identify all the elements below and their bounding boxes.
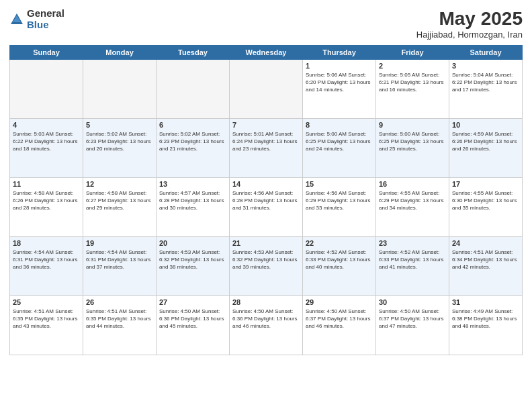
calendar-cell: 29Sunrise: 4:50 AM Sunset: 6:37 PM Dayli… <box>303 296 376 355</box>
calendar-cell: 8Sunrise: 5:00 AM Sunset: 6:25 PM Daylig… <box>303 119 376 178</box>
day-number: 6 <box>159 121 226 129</box>
calendar-cell: 15Sunrise: 4:56 AM Sunset: 6:29 PM Dayli… <box>303 178 376 237</box>
day-number: 13 <box>159 180 226 188</box>
calendar-cell <box>230 60 303 119</box>
day-info: Sunrise: 4:58 AM Sunset: 6:26 PM Dayligh… <box>13 189 80 212</box>
week-row-4: 18Sunrise: 4:54 AM Sunset: 6:31 PM Dayli… <box>10 237 523 296</box>
day-number: 3 <box>452 62 519 70</box>
location: Hajjiabad, Hormozgan, Iran <box>416 30 523 40</box>
calendar-cell: 26Sunrise: 4:51 AM Sunset: 6:35 PM Dayli… <box>83 296 157 355</box>
logo-general: General <box>27 8 64 19</box>
day-header-thursday: Thursday <box>303 46 376 60</box>
day-number: 5 <box>86 121 153 129</box>
day-number: 16 <box>379 180 446 188</box>
day-header-saturday: Saturday <box>449 46 523 60</box>
calendar-cell: 19Sunrise: 4:54 AM Sunset: 6:31 PM Dayli… <box>83 237 157 296</box>
day-number: 20 <box>159 239 226 247</box>
calendar-cell <box>157 60 230 119</box>
day-info: Sunrise: 5:04 AM Sunset: 6:22 PM Dayligh… <box>452 71 519 94</box>
calendar-cell: 25Sunrise: 4:51 AM Sunset: 6:35 PM Dayli… <box>10 296 83 355</box>
day-number: 31 <box>452 298 519 306</box>
calendar-table: SundayMondayTuesdayWednesdayThursdayFrid… <box>9 45 523 355</box>
logo-text: General Blue <box>27 8 64 30</box>
day-info: Sunrise: 4:53 AM Sunset: 6:32 PM Dayligh… <box>232 248 300 271</box>
calendar-cell: 12Sunrise: 4:58 AM Sunset: 6:27 PM Dayli… <box>83 178 157 237</box>
logo: General Blue <box>9 8 64 30</box>
day-info: Sunrise: 4:54 AM Sunset: 6:31 PM Dayligh… <box>86 248 153 271</box>
calendar-cell: 6Sunrise: 5:02 AM Sunset: 6:23 PM Daylig… <box>157 119 230 178</box>
day-info: Sunrise: 4:52 AM Sunset: 6:33 PM Dayligh… <box>379 248 446 271</box>
day-info: Sunrise: 4:59 AM Sunset: 6:26 PM Dayligh… <box>452 130 519 153</box>
week-row-1: 1Sunrise: 5:06 AM Sunset: 6:20 PM Daylig… <box>10 60 523 119</box>
calendar-cell: 2Sunrise: 5:05 AM Sunset: 6:21 PM Daylig… <box>376 60 449 119</box>
day-info: Sunrise: 4:57 AM Sunset: 6:28 PM Dayligh… <box>159 189 226 212</box>
calendar-cell: 17Sunrise: 4:55 AM Sunset: 6:30 PM Dayli… <box>449 178 523 237</box>
day-info: Sunrise: 4:53 AM Sunset: 6:32 PM Dayligh… <box>159 248 226 271</box>
month-year: May 2025 <box>416 8 523 30</box>
day-info: Sunrise: 5:03 AM Sunset: 6:22 PM Dayligh… <box>13 130 80 153</box>
calendar-cell: 27Sunrise: 4:50 AM Sunset: 6:36 PM Dayli… <box>157 296 230 355</box>
calendar-cell: 18Sunrise: 4:54 AM Sunset: 6:31 PM Dayli… <box>10 237 83 296</box>
day-number: 19 <box>86 239 153 247</box>
day-info: Sunrise: 4:50 AM Sunset: 6:37 PM Dayligh… <box>306 308 373 330</box>
calendar-cell <box>83 60 157 119</box>
day-info: Sunrise: 5:00 AM Sunset: 6:25 PM Dayligh… <box>379 130 446 153</box>
calendar-cell: 24Sunrise: 4:51 AM Sunset: 6:34 PM Dayli… <box>449 237 523 296</box>
calendar-cell: 30Sunrise: 4:50 AM Sunset: 6:37 PM Dayli… <box>376 296 449 355</box>
day-info: Sunrise: 4:58 AM Sunset: 6:27 PM Dayligh… <box>86 189 153 212</box>
week-row-3: 11Sunrise: 4:58 AM Sunset: 6:26 PM Dayli… <box>10 178 523 237</box>
day-number: 18 <box>13 239 80 247</box>
calendar-cell: 16Sunrise: 4:55 AM Sunset: 6:29 PM Dayli… <box>376 178 449 237</box>
day-info: Sunrise: 4:51 AM Sunset: 6:35 PM Dayligh… <box>86 308 153 330</box>
day-number: 7 <box>232 121 300 129</box>
day-number: 17 <box>452 180 519 188</box>
day-number: 8 <box>306 121 373 129</box>
calendar-cell: 31Sunrise: 4:49 AM Sunset: 6:38 PM Dayli… <box>449 296 523 355</box>
day-number: 22 <box>306 239 373 247</box>
day-number: 15 <box>306 180 373 188</box>
day-header-sunday: Sunday <box>10 46 83 60</box>
week-row-5: 25Sunrise: 4:51 AM Sunset: 6:35 PM Dayli… <box>10 296 523 355</box>
day-number: 30 <box>379 298 446 306</box>
day-number: 11 <box>13 180 80 188</box>
calendar-cell: 4Sunrise: 5:03 AM Sunset: 6:22 PM Daylig… <box>10 119 83 178</box>
day-info: Sunrise: 4:50 AM Sunset: 6:37 PM Dayligh… <box>379 308 446 330</box>
day-number: 4 <box>13 121 80 129</box>
day-info: Sunrise: 5:05 AM Sunset: 6:21 PM Dayligh… <box>379 71 446 94</box>
day-info: Sunrise: 5:06 AM Sunset: 6:20 PM Dayligh… <box>306 71 373 94</box>
calendar-cell: 5Sunrise: 5:02 AM Sunset: 6:23 PM Daylig… <box>83 119 157 178</box>
day-number: 1 <box>306 62 373 70</box>
calendar-cell <box>10 60 83 119</box>
day-number: 10 <box>452 121 519 129</box>
calendar-cell: 13Sunrise: 4:57 AM Sunset: 6:28 PM Dayli… <box>157 178 230 237</box>
title-block: May 2025 Hajjiabad, Hormozgan, Iran <box>416 8 523 40</box>
calendar-page: General Blue May 2025 Hajjiabad, Hormozg… <box>0 0 532 411</box>
calendar-cell: 23Sunrise: 4:52 AM Sunset: 6:33 PM Dayli… <box>376 237 449 296</box>
day-info: Sunrise: 5:02 AM Sunset: 6:23 PM Dayligh… <box>86 130 153 153</box>
day-info: Sunrise: 4:51 AM Sunset: 6:34 PM Dayligh… <box>452 248 519 271</box>
day-header-wednesday: Wednesday <box>230 46 303 60</box>
calendar-header-row: SundayMondayTuesdayWednesdayThursdayFrid… <box>10 46 523 60</box>
day-info: Sunrise: 4:56 AM Sunset: 6:28 PM Dayligh… <box>232 189 300 212</box>
calendar-cell: 3Sunrise: 5:04 AM Sunset: 6:22 PM Daylig… <box>449 60 523 119</box>
day-number: 29 <box>306 298 373 306</box>
day-info: Sunrise: 4:51 AM Sunset: 6:35 PM Dayligh… <box>13 308 80 330</box>
day-number: 24 <box>452 239 519 247</box>
day-number: 23 <box>379 239 446 247</box>
day-info: Sunrise: 4:55 AM Sunset: 6:29 PM Dayligh… <box>379 189 446 212</box>
day-number: 14 <box>232 180 300 188</box>
day-info: Sunrise: 5:02 AM Sunset: 6:23 PM Dayligh… <box>159 130 226 153</box>
calendar-cell: 11Sunrise: 4:58 AM Sunset: 6:26 PM Dayli… <box>10 178 83 237</box>
header: General Blue May 2025 Hajjiabad, Hormozg… <box>9 8 523 40</box>
calendar-cell: 7Sunrise: 5:01 AM Sunset: 6:24 PM Daylig… <box>230 119 303 178</box>
logo-blue: Blue <box>27 19 64 31</box>
day-number: 27 <box>159 298 226 306</box>
day-info: Sunrise: 4:54 AM Sunset: 6:31 PM Dayligh… <box>13 248 80 271</box>
day-info: Sunrise: 4:55 AM Sunset: 6:30 PM Dayligh… <box>452 189 519 212</box>
day-info: Sunrise: 5:01 AM Sunset: 6:24 PM Dayligh… <box>232 130 300 153</box>
calendar-cell: 9Sunrise: 5:00 AM Sunset: 6:25 PM Daylig… <box>376 119 449 178</box>
day-number: 21 <box>232 239 300 247</box>
calendar-cell: 28Sunrise: 4:50 AM Sunset: 6:36 PM Dayli… <box>230 296 303 355</box>
day-info: Sunrise: 5:00 AM Sunset: 6:25 PM Dayligh… <box>306 130 373 153</box>
day-number: 2 <box>379 62 446 70</box>
